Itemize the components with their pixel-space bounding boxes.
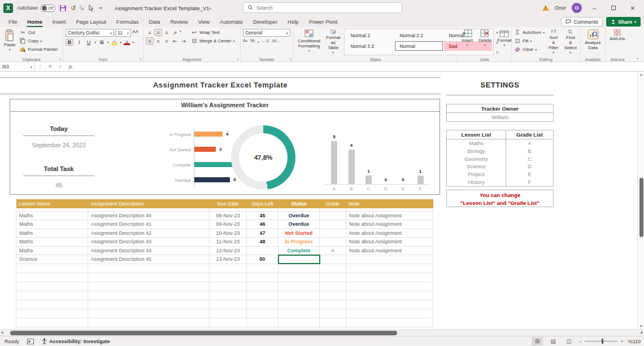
- comma-style-icon[interactable]: ,: [258, 38, 259, 43]
- insert-cells-button[interactable]: Insert▾: [460, 29, 475, 55]
- cell-lesson[interactable]: Maths: [16, 220, 88, 229]
- underline-button[interactable]: U: [85, 40, 93, 45]
- cell-days[interactable]: 50: [247, 255, 279, 264]
- align-top-icon[interactable]: ≡: [146, 29, 154, 36]
- lesson-cell[interactable]: Biology: [447, 147, 506, 155]
- cell-note[interactable]: Note about Assignment: [346, 229, 433, 238]
- cell-note[interactable]: Note about Assignment: [346, 246, 433, 255]
- cell[interactable]: [346, 264, 433, 273]
- excel-logo-icon[interactable]: X: [3, 3, 13, 13]
- scroll-right-icon[interactable]: ▸: [641, 330, 643, 335]
- document-title[interactable]: Assignment Tracker Excel Template_V1 ▾: [115, 5, 211, 11]
- cell[interactable]: [247, 264, 279, 273]
- cell-note[interactable]: [346, 255, 433, 264]
- analyze-data-button[interactable]: Analyze Data: [583, 29, 603, 55]
- cell[interactable]: [16, 282, 88, 291]
- cell-note[interactable]: Note about Assignment: [346, 238, 433, 247]
- vertical-scrollbar[interactable]: ▲ ▼: [637, 72, 644, 329]
- cell[interactable]: [320, 264, 346, 273]
- cell[interactable]: [16, 273, 88, 282]
- cell[interactable]: [279, 273, 320, 282]
- merge-center-button[interactable]: ⊟Merge & Center▾: [191, 37, 234, 45]
- tab-power-pivot[interactable]: Power Pivot: [304, 16, 343, 27]
- close-button[interactable]: ✕: [626, 2, 639, 14]
- cell-grade[interactable]: [320, 229, 346, 238]
- grade-cell[interactable]: A: [506, 139, 553, 147]
- cell-lesson[interactable]: Maths: [16, 229, 88, 238]
- format-cells-button[interactable]: Format▾: [495, 29, 513, 55]
- column-header-due[interactable]: Due Date: [210, 199, 247, 208]
- cell[interactable]: [210, 264, 247, 273]
- cell[interactable]: [320, 282, 346, 291]
- cut-button[interactable]: ✂Cut: [19, 29, 58, 36]
- cell-status[interactable]: Overdue: [279, 211, 320, 220]
- warning-icon[interactable]: [542, 5, 549, 11]
- zoom-slider[interactable]: − +: [579, 339, 624, 344]
- orientation-icon[interactable]: ⇗: [171, 29, 179, 36]
- cell[interactable]: [320, 309, 346, 318]
- share-button[interactable]: Share ▾: [606, 17, 641, 27]
- cancel-entry-icon[interactable]: ✕: [45, 64, 55, 69]
- cell-desc[interactable]: Assignment Description 45: [88, 255, 210, 264]
- cell-note[interactable]: Note about Assignment: [346, 220, 433, 229]
- cell-days[interactable]: 45: [247, 211, 279, 220]
- tab-view[interactable]: View: [193, 16, 215, 27]
- cell[interactable]: [320, 318, 346, 327]
- tab-data[interactable]: Data: [143, 16, 165, 27]
- cell-desc[interactable]: Assignment Description 40: [88, 211, 210, 220]
- style-normal-2[interactable]: Normal 2: [346, 30, 394, 40]
- cell-lesson[interactable]: Science: [16, 255, 88, 264]
- cell-lesson[interactable]: Maths: [16, 238, 88, 247]
- style-normal-3-2[interactable]: Normal 3 2: [346, 41, 394, 51]
- grade-cell[interactable]: F: [506, 178, 553, 186]
- conditional-formatting-button[interactable]: Conditional Formatting▾: [296, 29, 322, 55]
- grow-font-icon[interactable]: A˄: [132, 29, 138, 37]
- customize-qat-icon[interactable]: ≂: [98, 6, 103, 11]
- cell[interactable]: [88, 318, 210, 327]
- cell[interactable]: [320, 273, 346, 282]
- cell[interactable]: [279, 282, 320, 291]
- normal-view-button[interactable]: ⊞: [532, 337, 543, 345]
- cell-days[interactable]: 46: [247, 220, 279, 229]
- cell-grade[interactable]: A: [320, 246, 346, 255]
- align-center-icon[interactable]: ≡: [154, 37, 162, 45]
- cell[interactable]: [247, 273, 279, 282]
- fill-button[interactable]: ⊡Fill▾: [514, 37, 545, 45]
- font-size-combobox[interactable]: 11▾: [115, 29, 131, 37]
- cell-desc[interactable]: Assignment Description 42: [88, 229, 210, 238]
- cell[interactable]: [16, 318, 88, 327]
- number-format-combobox[interactable]: General▾: [243, 29, 290, 37]
- cell-lesson[interactable]: Maths: [16, 246, 88, 255]
- cell[interactable]: [210, 273, 247, 282]
- style-normal-2-2[interactable]: Normal 2 2: [395, 30, 443, 40]
- cell[interactable]: [346, 282, 433, 291]
- cell-due[interactable]: 08-Nov-23: [210, 211, 247, 220]
- bold-button[interactable]: B: [66, 39, 73, 46]
- accessibility-status[interactable]: Accessibility: Investigate: [42, 338, 110, 344]
- tab-file[interactable]: File: [3, 16, 22, 27]
- find-select-button[interactable]: Find & Select▾: [563, 29, 578, 55]
- cell[interactable]: [279, 318, 320, 327]
- delete-cells-button[interactable]: Delete▾: [477, 29, 493, 55]
- touch-mode-icon[interactable]: [88, 5, 94, 12]
- align-middle-icon[interactable]: ≡: [154, 29, 162, 36]
- cell-status[interactable]: Overdue: [279, 220, 320, 229]
- undo-icon[interactable]: ↺▾: [71, 5, 75, 11]
- clear-button[interactable]: Clear▾: [514, 46, 545, 53]
- cell[interactable]: [210, 291, 247, 300]
- accounting-format-icon[interactable]: ¤▾: [243, 38, 247, 43]
- cell[interactable]: [320, 291, 346, 300]
- grade-cell[interactable]: C: [506, 155, 553, 163]
- cell-desc[interactable]: Assignment Description 43: [88, 238, 210, 247]
- comments-button[interactable]: Comments: [561, 17, 603, 27]
- cell[interactable]: [88, 300, 210, 309]
- scroll-left-icon[interactable]: ◂: [1, 330, 3, 335]
- cell-due[interactable]: 12-Nov-23: [210, 246, 247, 255]
- tab-home[interactable]: Home: [22, 16, 47, 27]
- cell[interactable]: [279, 309, 320, 318]
- collapse-ribbon-icon[interactable]: ⌄: [636, 55, 639, 60]
- percent-style-icon[interactable]: %: [250, 38, 255, 43]
- cell[interactable]: [247, 318, 279, 327]
- cell[interactable]: [88, 309, 210, 318]
- zoom-in-icon[interactable]: +: [620, 339, 623, 344]
